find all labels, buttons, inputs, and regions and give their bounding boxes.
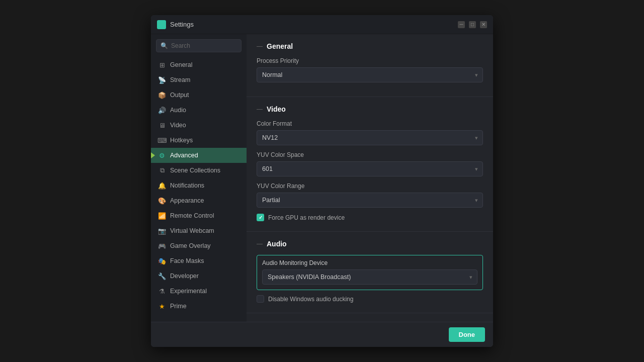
collapse-audio-icon[interactable]: — bbox=[257, 240, 263, 247]
sidebar-label-appearance: Appearance bbox=[170, 197, 204, 204]
done-button[interactable]: Done bbox=[449, 327, 486, 342]
sidebar-label-hotkeys: Hotkeys bbox=[170, 137, 193, 144]
yuv-color-range-select[interactable]: Partial Full bbox=[257, 193, 483, 208]
yuv-color-space-label: YUV Color Space bbox=[257, 151, 483, 158]
window-title: Settings bbox=[170, 21, 458, 28]
collapse-general-icon[interactable]: — bbox=[257, 43, 263, 50]
disable-ducking-row: Disable Windows audio ducking bbox=[257, 295, 483, 303]
layers-icon: ⧉ bbox=[158, 166, 166, 174]
collapse-video-icon[interactable]: — bbox=[257, 106, 263, 113]
main-content: — General Process Priority Normal High L… bbox=[247, 34, 493, 322]
section-video-title: Video bbox=[267, 105, 286, 113]
process-priority-wrapper: Normal High Low Above Normal Below Norma… bbox=[257, 67, 483, 82]
mask-icon: 🎭 bbox=[158, 257, 166, 265]
yuv-color-range-wrapper: Partial Full ▾ bbox=[257, 193, 483, 208]
gamepad-icon: 🎮 bbox=[158, 242, 166, 250]
section-recording: — Recording bbox=[247, 313, 493, 322]
sidebar-item-hotkeys[interactable]: ⌨ Hotkeys bbox=[151, 133, 247, 148]
maximize-button[interactable]: □ bbox=[469, 21, 476, 28]
yuv-color-range-label: YUV Color Range bbox=[257, 183, 483, 190]
speaker-icon: 🔊 bbox=[158, 106, 166, 114]
sidebar-item-stream[interactable]: 📡 Stream bbox=[151, 72, 247, 87]
code-icon: 🔧 bbox=[158, 272, 166, 280]
section-audio: — Audio Audio Monitoring Device Speakers… bbox=[247, 232, 493, 313]
palette-icon: 🎨 bbox=[158, 197, 166, 205]
audio-monitoring-group: Audio Monitoring Device Speakers (NVIDIA… bbox=[257, 255, 483, 290]
sidebar-label-developer: Developer bbox=[170, 273, 199, 280]
minimize-button[interactable]: ─ bbox=[458, 21, 465, 28]
footer: Done bbox=[151, 322, 493, 347]
sidebar-label-advanced: Advanced bbox=[170, 152, 198, 159]
sidebar-label-face-masks: Face Masks bbox=[170, 257, 204, 264]
sidebar-label-output: Output bbox=[170, 92, 189, 99]
close-button[interactable]: ✕ bbox=[480, 21, 487, 28]
section-video-header: — Video bbox=[257, 105, 483, 113]
sidebar-label-stream: Stream bbox=[170, 76, 190, 83]
sidebar-item-scene-collections[interactable]: ⧉ Scene Collections bbox=[151, 163, 247, 178]
force-gpu-checkbox[interactable]: ✓ bbox=[257, 214, 264, 221]
process-priority-select[interactable]: Normal High Low Above Normal Below Norma… bbox=[257, 67, 483, 82]
section-general: — General Process Priority Normal High L… bbox=[247, 34, 493, 97]
force-gpu-row: ✓ Force GPU as render device bbox=[257, 214, 483, 221]
sidebar-label-prime: Prime bbox=[170, 303, 187, 310]
sidebar-label-notifications: Notifications bbox=[170, 182, 204, 189]
bell-icon: 🔔 bbox=[158, 182, 166, 190]
sidebar-label-experimental: Experimental bbox=[170, 288, 207, 295]
window-controls: ─ □ ✕ bbox=[458, 21, 487, 28]
titlebar: Settings ─ □ ✕ bbox=[151, 15, 493, 34]
sidebar-label-general: General bbox=[170, 61, 192, 68]
section-audio-title: Audio bbox=[267, 240, 287, 248]
sidebar-item-advanced[interactable]: ⚙ Advanced bbox=[151, 148, 247, 163]
section-video: — Video Color Format NV12 I420 I444 RGB … bbox=[247, 97, 493, 232]
search-icon: 🔍 bbox=[160, 42, 168, 49]
yuv-color-space-select[interactable]: 601 709 2020 bbox=[257, 161, 483, 176]
color-format-wrapper: NV12 I420 I444 RGB ▾ bbox=[257, 130, 483, 145]
box-icon: 📦 bbox=[158, 91, 166, 99]
sidebar-item-output[interactable]: 📦 Output bbox=[151, 87, 247, 103]
sidebar-item-appearance[interactable]: 🎨 Appearance bbox=[151, 193, 247, 208]
sidebar-label-scene-collections: Scene Collections bbox=[170, 167, 220, 174]
force-gpu-label: Force GPU as render device bbox=[268, 214, 345, 221]
color-format-select[interactable]: NV12 I420 I444 RGB bbox=[257, 130, 483, 145]
sidebar-label-game-overlay: Game Overlay bbox=[170, 242, 211, 249]
section-audio-header: — Audio bbox=[257, 240, 483, 248]
search-box[interactable]: 🔍 bbox=[156, 39, 242, 52]
audio-monitoring-wrapper: Speakers (NVIDIA Broadcast) Default Head… bbox=[262, 269, 477, 285]
arrow-advanced bbox=[151, 149, 155, 161]
audio-monitoring-select[interactable]: Speakers (NVIDIA Broadcast) Default Head… bbox=[262, 269, 477, 285]
yuv-color-space-wrapper: 601 709 2020 ▾ bbox=[257, 161, 483, 176]
process-priority-label: Process Priority bbox=[257, 57, 483, 64]
sidebar-label-video: Video bbox=[170, 122, 186, 129]
webcam-icon: 📷 bbox=[158, 227, 166, 235]
sidebar-item-prime[interactable]: ★ Prime bbox=[151, 299, 247, 314]
sidebar-item-developer[interactable]: 🔧 Developer bbox=[151, 268, 247, 284]
sidebar-item-remote-control[interactable]: 📶 Remote Control bbox=[151, 208, 247, 223]
window-body: 🔍 ⊞ General 📡 Stream 📦 Output 🔊 Audio 🖥 bbox=[151, 34, 493, 322]
search-input[interactable] bbox=[171, 42, 237, 49]
sidebar-item-audio[interactable]: 🔊 Audio bbox=[151, 103, 247, 118]
disable-ducking-checkbox[interactable] bbox=[257, 295, 264, 303]
gear-icon: ⚙ bbox=[158, 151, 166, 159]
section-general-header: — General bbox=[257, 42, 483, 50]
sidebar: 🔍 ⊞ General 📡 Stream 📦 Output 🔊 Audio 🖥 bbox=[151, 34, 247, 322]
sidebar-item-video[interactable]: 🖥 Video bbox=[151, 118, 247, 133]
disable-ducking-label: Disable Windows audio ducking bbox=[268, 296, 353, 303]
sidebar-item-face-masks[interactable]: 🎭 Face Masks bbox=[151, 253, 247, 268]
sidebar-label-virtual-webcam: Virtual Webcam bbox=[170, 227, 214, 234]
sidebar-item-virtual-webcam[interactable]: 📷 Virtual Webcam bbox=[151, 223, 247, 238]
remote-icon: 📶 bbox=[158, 212, 166, 220]
sidebar-item-game-overlay[interactable]: 🎮 Game Overlay bbox=[151, 238, 247, 253]
settings-window: Settings ─ □ ✕ 🔍 ⊞ General 📡 Stream 📦 bbox=[151, 15, 493, 347]
section-general-title: General bbox=[267, 42, 293, 50]
star-icon: ★ bbox=[158, 302, 166, 310]
keyboard-icon: ⌨ bbox=[158, 136, 166, 144]
sidebar-item-general[interactable]: ⊞ General bbox=[151, 57, 247, 72]
sidebar-item-experimental[interactable]: ⚗ Experimental bbox=[151, 284, 247, 299]
sidebar-label-audio: Audio bbox=[170, 107, 186, 114]
broadcast-icon: 📡 bbox=[158, 76, 166, 84]
grid-icon: ⊞ bbox=[158, 61, 166, 69]
monitor-icon: 🖥 bbox=[158, 121, 166, 129]
flask-icon: ⚗ bbox=[158, 287, 166, 295]
sidebar-item-notifications[interactable]: 🔔 Notifications bbox=[151, 178, 247, 193]
app-logo bbox=[157, 20, 166, 29]
